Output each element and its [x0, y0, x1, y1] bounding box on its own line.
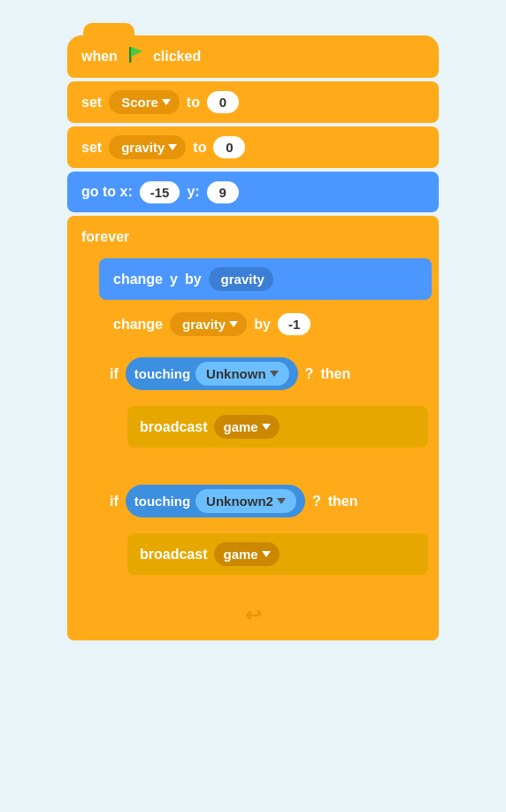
unknown2-dropdown[interactable]: Unknown2: [196, 489, 296, 513]
change-gravity-arrow: [229, 321, 238, 327]
gravity-value-input[interactable]: 0: [213, 136, 245, 158]
when-label: when: [81, 49, 118, 65]
change-y-gravity-pill[interactable]: gravity: [209, 267, 273, 291]
forever-label: forever: [81, 229, 129, 245]
if-label-2: if: [110, 494, 119, 509]
unknown-arrow-1: [270, 371, 279, 377]
change-y-y-label: y: [170, 272, 178, 287]
score-variable-dropdown[interactable]: Score: [109, 90, 180, 114]
change-y-gravity-label: gravity: [221, 272, 264, 287]
unknown-label-1: Unknown: [206, 366, 266, 381]
game-message-label-1: game: [223, 419, 257, 434]
change-gravity-value-input[interactable]: -1: [278, 313, 310, 335]
game-message-label-2: game: [223, 547, 257, 562]
loop-arrow-icon: ↩: [245, 604, 261, 627]
if-body-1: broadcast game: [127, 399, 432, 455]
touching-condition-1[interactable]: touching Unknown: [126, 357, 298, 390]
score-dropdown-arrow: [162, 99, 171, 105]
change-gravity-value: -1: [288, 317, 300, 332]
if-header-2: if touching Unknown2 ? then: [99, 476, 432, 526]
goto-block[interactable]: go to x: -15 y: 9: [67, 172, 439, 212]
broadcast-block-2[interactable]: broadcast game: [127, 533, 428, 575]
then-label-1: then: [320, 366, 350, 382]
change-gravity-by-label: by: [254, 317, 271, 333]
forever-block: forever change y by gravity change gravi…: [67, 216, 439, 640]
svg-rect-0: [129, 47, 132, 63]
flag-icon: [125, 44, 146, 69]
touching-condition-2[interactable]: touching Unknown2: [126, 485, 305, 517]
score-variable-label: Score: [121, 95, 158, 110]
gravity-value: 0: [226, 140, 233, 155]
then-label-2: then: [328, 494, 358, 509]
change-gravity-var-dropdown[interactable]: gravity: [170, 312, 247, 336]
goto-y-label: y:: [187, 184, 199, 200]
if-block-1: if touching Unknown ? then: [99, 349, 432, 467]
change-gravity-var-label: gravity: [182, 317, 226, 332]
forever-header: forever: [67, 216, 439, 258]
question-label-2: ?: [312, 494, 321, 509]
gravity-variable-label: gravity: [121, 140, 165, 155]
gravity-dropdown-arrow: [168, 144, 177, 150]
broadcast-block-1[interactable]: broadcast game: [127, 406, 428, 448]
script-container: when clicked set Score to 0 se: [67, 18, 439, 640]
if-body-2: broadcast game: [127, 526, 432, 582]
gravity-variable-dropdown[interactable]: gravity: [109, 135, 186, 159]
question-label-1: ?: [305, 366, 314, 382]
forever-inner: change y by gravity change gravity by: [99, 258, 439, 596]
y-value-input[interactable]: 9: [207, 181, 239, 203]
forever-footer: ↩: [67, 596, 439, 640]
game-message-dropdown-2[interactable]: game: [214, 542, 279, 566]
change-y-change-label: change: [113, 272, 163, 287]
broadcast-label-2: broadcast: [140, 547, 207, 563]
spacer: [99, 471, 432, 474]
score-value: 0: [219, 95, 226, 110]
game-arrow-2: [262, 551, 271, 557]
y-value: 9: [219, 185, 226, 200]
change-gravity-change-label: change: [113, 317, 163, 333]
if-footer-1: [99, 455, 432, 467]
hat-block[interactable]: when clicked: [67, 35, 439, 78]
if-footer-2: [99, 582, 432, 594]
goto-label: go to x:: [81, 184, 133, 200]
touching-label-1: touching: [134, 366, 190, 381]
script-wrapper: when clicked set Score to 0 se: [67, 18, 439, 640]
set-gravity-block[interactable]: set gravity to 0: [67, 126, 439, 168]
if-label-1: if: [110, 366, 119, 382]
set-score-block[interactable]: set Score to 0: [67, 81, 439, 123]
x-value-input[interactable]: -15: [140, 181, 180, 203]
unknown-dropdown-1[interactable]: Unknown: [196, 362, 289, 386]
unknown2-arrow: [277, 498, 286, 504]
change-y-by-label: by: [185, 272, 202, 287]
if-block-2: if touching Unknown2 ? then: [99, 476, 432, 594]
set-gravity-label: set: [81, 140, 102, 156]
unknown2-label: Unknown2: [206, 494, 273, 509]
touching-label-2: touching: [134, 494, 190, 509]
clicked-label: clicked: [153, 49, 201, 65]
game-arrow-1: [262, 424, 271, 430]
score-value-input[interactable]: 0: [207, 91, 239, 113]
change-y-block[interactable]: change y by gravity: [99, 258, 432, 300]
game-message-dropdown-1[interactable]: game: [214, 415, 279, 439]
set-score-label: set: [81, 95, 102, 111]
set-gravity-to-label: to: [193, 140, 206, 156]
change-gravity-block[interactable]: change gravity by -1: [99, 303, 432, 345]
x-value: -15: [150, 185, 170, 200]
hat-bump: [83, 23, 134, 39]
set-score-to-label: to: [187, 95, 200, 111]
if-header-1: if touching Unknown ? then: [99, 349, 432, 399]
broadcast-label-1: broadcast: [140, 419, 207, 435]
